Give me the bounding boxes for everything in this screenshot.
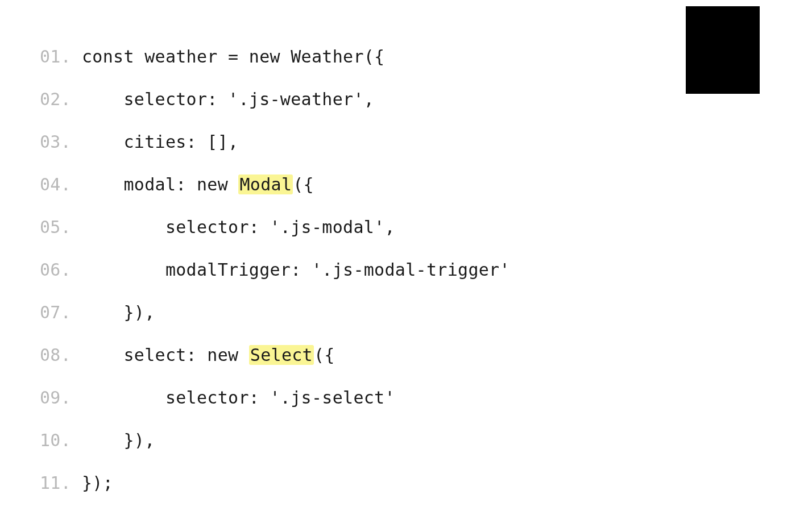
line-number: 09. xyxy=(40,387,72,409)
line-number: 04. xyxy=(40,173,72,196)
code-segment: const weather = new Weather({ xyxy=(82,47,384,67)
code-content: modal: new Modal({ xyxy=(82,173,314,196)
code-content: const weather = new Weather({ xyxy=(82,45,384,68)
code-line: 08. select: new Select({ xyxy=(40,344,812,366)
line-number: 01. xyxy=(40,45,72,68)
code-content: select: new Select({ xyxy=(82,344,335,366)
line-number: 08. xyxy=(40,344,72,366)
code-line: 07. }), xyxy=(40,301,812,323)
code-segment-highlight: Select xyxy=(249,345,314,365)
code-content: selector: '.js-weather', xyxy=(82,88,374,110)
line-number: 02. xyxy=(40,88,72,110)
code-content: }), xyxy=(82,301,155,323)
line-number: 03. xyxy=(40,131,72,153)
code-segment: ({ xyxy=(293,174,314,194)
code-segment: modalTrigger: '.js-modal-trigger' xyxy=(82,260,510,280)
code-line: 11. }); xyxy=(40,472,812,494)
line-number: 06. xyxy=(40,259,72,281)
code-segment: cities: [], xyxy=(82,132,238,152)
code-content: }), xyxy=(82,429,155,451)
code-content: modalTrigger: '.js-modal-trigger' xyxy=(82,259,510,281)
code-segment: ({ xyxy=(314,345,335,365)
code-line: 05. selector: '.js-modal', xyxy=(40,216,812,238)
code-line: 04. modal: new Modal({ xyxy=(40,173,812,196)
black-box-overlay xyxy=(686,6,760,94)
line-number: 07. xyxy=(40,301,72,323)
code-content: }); xyxy=(82,472,113,494)
line-number: 11. xyxy=(40,472,72,494)
code-line: 03. cities: [], xyxy=(40,131,812,153)
code-segment: selector: '.js-select' xyxy=(82,388,395,408)
code-segment: modal: new xyxy=(82,174,238,194)
line-number: 05. xyxy=(40,216,72,238)
code-segment: }), xyxy=(82,430,155,450)
code-content: selector: '.js-modal', xyxy=(82,216,395,238)
code-content: cities: [], xyxy=(82,131,238,153)
code-segment: select: new xyxy=(82,345,249,365)
code-segment: selector: '.js-weather', xyxy=(82,89,374,109)
code-line: 09. selector: '.js-select' xyxy=(40,387,812,409)
code-segment-highlight: Modal xyxy=(238,174,293,194)
code-line: 06. modalTrigger: '.js-modal-trigger' xyxy=(40,259,812,281)
line-number: 10. xyxy=(40,429,72,451)
code-line: 10. }), xyxy=(40,429,812,451)
code-segment: }); xyxy=(82,473,113,493)
code-segment: }), xyxy=(82,302,155,322)
code-content: selector: '.js-select' xyxy=(82,387,395,409)
code-segment: selector: '.js-modal', xyxy=(82,217,395,237)
